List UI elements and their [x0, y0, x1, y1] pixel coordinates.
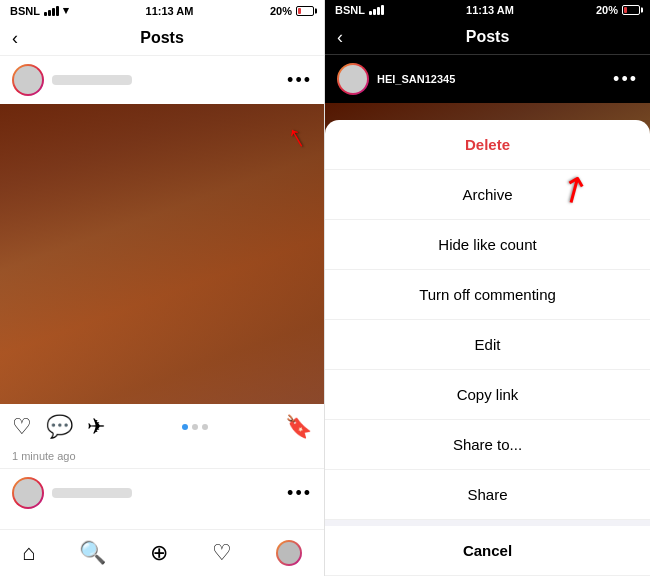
watermark: wsxdrn.com — [601, 565, 644, 574]
hide-like-label: Hide like count — [438, 236, 536, 253]
delete-button[interactable]: Delete — [325, 120, 650, 170]
bookmark-button[interactable]: 🔖 — [285, 414, 312, 440]
right-battery-icon — [622, 5, 640, 15]
dot-3 — [202, 424, 208, 430]
left-more-button-2[interactable]: ••• — [287, 483, 312, 504]
left-signal-icon — [44, 6, 59, 16]
right-avatar-ring — [337, 63, 369, 95]
delete-label: Delete — [465, 136, 510, 153]
dot-2 — [192, 424, 198, 430]
action-sheet: Delete Archive Hide like count Turn off … — [325, 120, 650, 576]
share-button-sheet[interactable]: Share — [325, 470, 650, 520]
share-button[interactable]: ✈ — [87, 414, 105, 440]
right-avatar — [339, 65, 367, 93]
right-nav-bar: ‹ Posts — [325, 20, 650, 55]
archive-button[interactable]: Archive — [325, 170, 650, 220]
right-panel: BSNL 11:13 AM 20% ‹ Posts HEI_SAN12345 •… — [325, 0, 650, 576]
search-nav-button[interactable]: 🔍 — [79, 540, 106, 566]
share-label: Share — [467, 486, 507, 503]
left-back-button[interactable]: ‹ — [12, 28, 18, 49]
right-time: 11:13 AM — [466, 4, 514, 16]
left-avatar-2-ring — [12, 477, 44, 509]
profile-nav-button[interactable] — [276, 540, 302, 566]
post-dots — [119, 424, 271, 430]
left-panel: BSNL ▾ 11:13 AM 20% ‹ Posts ••• — [0, 0, 325, 576]
edit-label: Edit — [475, 336, 501, 353]
left-bottom-nav: ⌂ 🔍 ⊕ ♡ — [0, 529, 324, 576]
home-nav-button[interactable]: ⌂ — [22, 540, 35, 566]
left-page-title: Posts — [140, 29, 184, 47]
add-nav-button[interactable]: ⊕ — [150, 540, 168, 566]
share-to-button[interactable]: Share to... — [325, 420, 650, 470]
left-avatar-2 — [14, 479, 42, 507]
right-post-header: HEI_SAN12345 ••• — [325, 55, 650, 103]
edit-button[interactable]: Edit — [325, 320, 650, 370]
hide-like-count-button[interactable]: Hide like count — [325, 220, 650, 270]
left-status-bar: BSNL ▾ 11:13 AM 20% — [0, 0, 324, 21]
left-carrier-info: BSNL ▾ — [10, 4, 69, 17]
turn-off-commenting-label: Turn off commenting — [419, 286, 556, 303]
right-battery-percent: 20% — [596, 4, 618, 16]
left-username-2 — [52, 488, 132, 498]
share-to-label: Share to... — [453, 436, 522, 453]
left-username — [52, 75, 132, 85]
copy-link-button[interactable]: Copy link — [325, 370, 650, 420]
right-signal-icon — [369, 5, 384, 15]
left-carrier: BSNL — [10, 5, 40, 17]
left-nav-bar: ‹ Posts — [0, 21, 324, 56]
turn-off-commenting-button[interactable]: Turn off commenting — [325, 270, 650, 320]
left-wifi-icon: ▾ — [63, 4, 69, 17]
comment-button[interactable]: 💬 — [46, 414, 73, 440]
left-post-header: ••• — [0, 56, 324, 104]
right-page-title: Posts — [466, 28, 510, 46]
left-avatar — [14, 66, 42, 94]
activity-nav-button[interactable]: ♡ — [212, 540, 232, 566]
left-post-actions: ♡ 💬 ✈ 🔖 — [0, 404, 324, 450]
post-image-bg — [0, 104, 324, 404]
left-username-block — [52, 75, 279, 85]
left-second-post-header: ••• — [0, 468, 324, 517]
archive-label: Archive — [462, 186, 512, 203]
dot-1 — [182, 424, 188, 430]
left-post-image: ↑ — [0, 104, 324, 404]
right-battery-info: 20% — [596, 4, 640, 16]
left-battery-icon — [296, 6, 314, 16]
cancel-label: Cancel — [463, 542, 512, 559]
left-battery-percent: 20% — [270, 5, 292, 17]
left-avatar-ring — [12, 64, 44, 96]
copy-link-label: Copy link — [457, 386, 519, 403]
left-battery-info: 20% — [270, 5, 314, 17]
left-time: 11:13 AM — [146, 5, 194, 17]
right-more-button[interactable]: ••• — [613, 69, 638, 90]
left-more-button[interactable]: ••• — [287, 70, 312, 91]
right-status-bar: BSNL 11:13 AM 20% — [325, 0, 650, 20]
right-username: HEI_SAN12345 — [377, 73, 455, 85]
right-back-button[interactable]: ‹ — [337, 27, 343, 48]
right-carrier: BSNL — [335, 4, 365, 16]
left-username-2-block — [52, 488, 279, 498]
like-button[interactable]: ♡ — [12, 414, 32, 440]
right-carrier-info: BSNL — [335, 4, 384, 16]
post-time: 1 minute ago — [0, 450, 324, 468]
profile-thumb-img — [278, 542, 300, 564]
